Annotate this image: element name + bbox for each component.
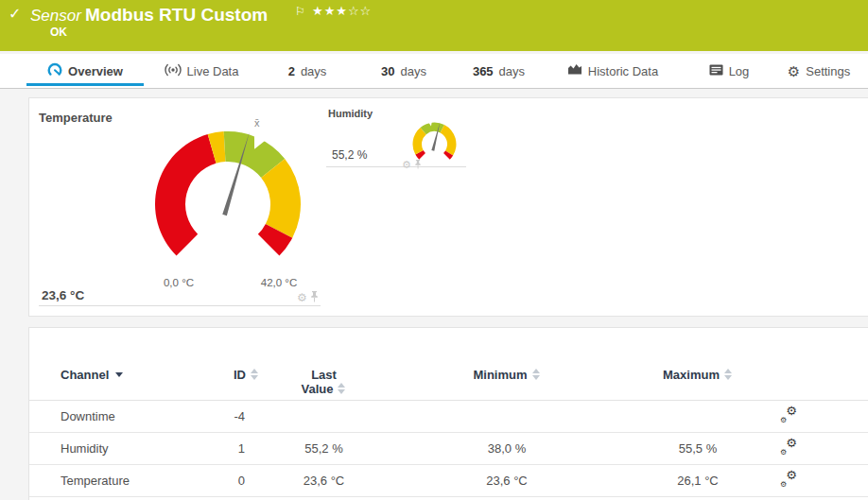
channel-name: Downtime [29,409,209,423]
tab-2-days[interactable]: 2 days [284,54,331,88]
priority-flag-icon[interactable]: ⚐ [295,5,305,18]
tab-historic-data[interactable]: Historic Data [565,54,660,88]
tab-overview[interactable]: Overview [26,54,144,88]
channel-id: 0 [209,474,259,488]
tab-settings[interactable]: ⚙ Settings [789,54,849,88]
column-header-minimum[interactable]: Minimum [389,328,625,400]
tab-number: 2 [288,64,295,78]
sensor-overview-page: ✓ Sensor Modbus RTU Custom ⚐ ★★★☆☆ OK Ov… [0,0,868,500]
gauge-settings-icon[interactable]: ⚙ [402,160,411,170]
gear-icon: ⚙ [788,64,800,78]
tab-label: days [499,64,525,78]
average-marker-label: x̄ [254,117,260,129]
tab-365-days[interactable]: 365 days [468,54,529,88]
channel-name: Humidity [29,441,209,456]
tab-bar: Overview Live Data 2 days 30 days 365 da… [0,54,868,89]
tab-label: Historic Data [588,64,658,78]
channel-maximum: 55,5 % [625,441,771,456]
tab-live-data[interactable]: Live Data [161,54,242,88]
sort-icon [251,369,259,380]
channel-maximum: 26,1 °C [625,474,771,488]
sort-icon [724,369,733,380]
channel-id: 1 [209,441,259,456]
temperature-gauge-block: Temperature x̄ 0,0 °C 42,0 °C 23,6 °C ⚙ [39,108,321,306]
tab-number: 30 [381,64,394,78]
pin-icon[interactable] [310,289,319,306]
column-label: Channel [61,368,109,382]
table-header-row: Channel ID Last Value Minimum Maximum [29,328,868,401]
table-row-downtime: Downtime -4 ⚙⚙ [29,401,868,433]
column-label: Last Value [302,368,337,396]
pin-icon[interactable] [414,156,422,173]
table-row-humidity: Humidity 1 55,2 % 38,0 % 55,5 % ⚙⚙ [29,433,868,465]
channel-settings-icon[interactable]: ⚙⚙ [780,472,797,488]
gauge-icon [47,62,62,79]
channel-settings-icon[interactable]: ⚙⚙ [780,407,797,423]
sensor-header: ✓ Sensor Modbus RTU Custom ⚐ ★★★☆☆ OK [0,0,868,51]
tab-label: Overview [68,64,123,78]
tab-label: Live Data [187,64,239,78]
sort-icon [532,369,541,380]
channels-table: Channel ID Last Value Minimum Maximum Do… [28,327,868,500]
gauge-current-value: 23,6 °C [42,288,84,302]
status-badge: OK [50,26,67,39]
channel-minimum: 23,6 °C [389,474,625,488]
live-data-icon [165,63,182,79]
log-icon [709,64,723,78]
gauge-max-label: 42,0 °C [249,277,309,288]
channel-settings-icon[interactable]: ⚙⚙ [780,440,797,456]
tab-number: 365 [473,64,494,78]
sort-icon [338,383,346,394]
channel-last-value: 55,2 % [259,441,389,456]
gauge-current-value: 55,2 % [332,148,367,162]
temperature-gauge [143,122,313,290]
page-title: Modbus RTU Custom [85,5,268,26]
sensor-kind-label: Sensor [30,7,81,26]
column-header-maximum[interactable]: Maximum [625,328,771,400]
channel-id: -4 [209,409,259,423]
column-header-last-value[interactable]: Last Value [259,328,389,400]
historic-data-icon [567,63,582,78]
gauge-title: Humidity [328,108,373,119]
column-label: Maximum [663,368,720,382]
channel-last-value: 23,6 °C [259,474,389,488]
column-header-channel[interactable]: Channel [29,328,209,400]
column-header-id[interactable]: ID [209,328,259,400]
tab-label: days [301,64,326,78]
tab-label: Log [729,64,750,78]
status-check-icon: ✓ [9,5,21,23]
column-label: Minimum [473,368,527,382]
tab-30-days[interactable]: 30 days [376,54,431,88]
table-row-temperature: Temperature 0 23,6 °C 23,6 °C 26,1 °C ⚙⚙ [29,465,868,497]
gauges-panel: Temperature x̄ 0,0 °C 42,0 °C 23,6 °C ⚙ … [28,97,868,317]
tab-label: Settings [806,64,850,78]
sort-desc-icon [115,372,123,377]
humidity-gauge-block: Humidity 55,2 % ⚙ [326,108,466,167]
tab-label: days [401,64,426,78]
gauge-settings-icon[interactable]: ⚙ [297,292,307,303]
gauge-title: Temperature [39,111,113,125]
channel-minimum: 38,0 % [389,441,625,456]
tab-log[interactable]: Log [707,54,751,88]
channel-name: Temperature [29,474,209,488]
priority-stars[interactable]: ★★★☆☆ [312,4,372,18]
column-label: ID [234,368,246,382]
gauge-min-label: 0,0 °C [150,277,207,288]
